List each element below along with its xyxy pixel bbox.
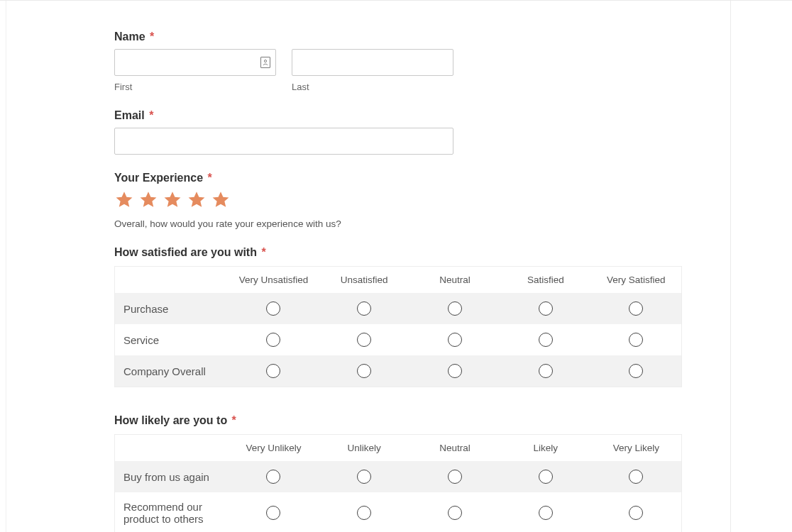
- satisfaction-col-3: Satisfied: [500, 267, 591, 294]
- satisfaction-col-2: Neutral: [409, 267, 500, 294]
- satisfaction-label-text: How satisfied are you with: [114, 246, 257, 258]
- experience-hint: Overall, how would you rate your experie…: [114, 218, 682, 229]
- satisfaction-purchase-very-satisfied[interactable]: [629, 301, 643, 316]
- satisfaction-field: How satisfied are you with * Very Unsati…: [114, 246, 682, 387]
- first-name-input[interactable]: [114, 49, 276, 76]
- experience-field: Your Experience * Overall, how would you…: [114, 172, 682, 229]
- likelihood-buy-neutral[interactable]: [448, 470, 462, 484]
- satisfaction-row-company: Company Overall: [115, 355, 682, 387]
- likelihood-row-1-label: Recommend our product to others: [115, 492, 229, 532]
- satisfaction-company-very-satisfied[interactable]: [629, 364, 643, 378]
- likelihood-recommend-likely[interactable]: [539, 506, 553, 520]
- required-marker: *: [208, 172, 212, 184]
- required-marker: *: [149, 109, 153, 121]
- satisfaction-service-unsatisfied[interactable]: [357, 333, 371, 347]
- satisfaction-purchase-neutral[interactable]: [448, 301, 462, 316]
- satisfaction-purchase-unsatisfied[interactable]: [357, 301, 371, 316]
- email-field: Email *: [114, 109, 682, 155]
- likelihood-matrix: Very Unlikely Unlikely Neutral Likely Ve…: [114, 434, 682, 532]
- likelihood-col-4: Very Likely: [591, 435, 682, 462]
- likelihood-col-2: Neutral: [409, 435, 500, 462]
- likelihood-row-recommend: Recommend our product to others: [115, 492, 682, 532]
- likelihood-buy-very-likely[interactable]: [629, 470, 643, 484]
- email-label: Email *: [114, 109, 682, 122]
- star-4[interactable]: [187, 190, 207, 210]
- likelihood-row-buy: Buy from us again: [115, 461, 682, 492]
- satisfaction-company-unsatisfied[interactable]: [357, 364, 371, 378]
- satisfaction-service-very-satisfied[interactable]: [629, 333, 643, 347]
- satisfaction-row-purchase: Purchase: [115, 293, 682, 324]
- likelihood-col-3: Likely: [500, 435, 591, 462]
- svg-point-0: [264, 60, 266, 62]
- likelihood-recommend-neutral[interactable]: [448, 506, 462, 520]
- required-marker: *: [232, 414, 236, 426]
- star-1[interactable]: [114, 190, 134, 210]
- satisfaction-row-service: Service: [115, 324, 682, 355]
- star-5[interactable]: [211, 190, 231, 210]
- last-name-sublabel: Last: [292, 82, 453, 92]
- first-name-sublabel: First: [114, 82, 276, 92]
- likelihood-col-1: Unlikely: [319, 435, 409, 462]
- likelihood-recommend-very-likely[interactable]: [629, 506, 643, 520]
- likelihood-buy-likely[interactable]: [539, 470, 553, 484]
- experience-label-text: Your Experience: [114, 172, 203, 184]
- satisfaction-purchase-very-unsatisfied[interactable]: [266, 301, 280, 316]
- likelihood-recommend-unlikely[interactable]: [357, 506, 371, 520]
- satisfaction-row-1-label: Service: [115, 324, 229, 355]
- required-marker: *: [150, 31, 154, 43]
- satisfaction-service-satisfied[interactable]: [539, 333, 553, 347]
- satisfaction-company-satisfied[interactable]: [539, 364, 553, 378]
- email-input[interactable]: [114, 128, 453, 155]
- satisfaction-col-4: Very Satisfied: [591, 267, 682, 294]
- likelihood-label-text: How likely are you to: [114, 414, 227, 426]
- star-3[interactable]: [163, 190, 182, 210]
- name-label: Name *: [114, 31, 682, 43]
- satisfaction-service-neutral[interactable]: [448, 333, 462, 347]
- name-label-text: Name: [114, 31, 145, 43]
- likelihood-col-0: Very Unlikely: [229, 435, 319, 462]
- satisfaction-matrix: Very Unsatisfied Unsatisfied Neutral Sat…: [114, 266, 682, 387]
- email-label-text: Email: [114, 109, 145, 121]
- likelihood-field: How likely are you to * Very Unlikely Un…: [114, 414, 682, 532]
- last-name-input[interactable]: [292, 49, 453, 76]
- likelihood-recommend-very-unlikely[interactable]: [266, 506, 280, 520]
- likelihood-label: How likely are you to *: [114, 414, 682, 427]
- required-marker: *: [261, 246, 265, 258]
- satisfaction-label: How satisfied are you with *: [114, 246, 682, 259]
- satisfaction-row-0-label: Purchase: [115, 293, 229, 324]
- likelihood-buy-unlikely[interactable]: [357, 470, 371, 484]
- likelihood-row-0-label: Buy from us again: [115, 461, 229, 492]
- star-2[interactable]: [138, 190, 158, 210]
- satisfaction-company-neutral[interactable]: [448, 364, 462, 378]
- experience-label: Your Experience *: [114, 172, 682, 184]
- likelihood-buy-very-unlikely[interactable]: [266, 470, 280, 484]
- satisfaction-col-0: Very Unsatisfied: [229, 267, 319, 294]
- satisfaction-purchase-satisfied[interactable]: [539, 301, 553, 316]
- form-panel: Name *: [6, 1, 731, 532]
- satisfaction-company-very-unsatisfied[interactable]: [266, 364, 280, 378]
- satisfaction-row-2-label: Company Overall: [115, 355, 229, 387]
- satisfaction-col-1: Unsatisfied: [319, 267, 409, 294]
- name-field: Name *: [114, 31, 682, 92]
- satisfaction-service-very-unsatisfied[interactable]: [266, 333, 280, 347]
- contact-card-icon: [260, 57, 270, 68]
- star-rating[interactable]: [114, 190, 682, 210]
